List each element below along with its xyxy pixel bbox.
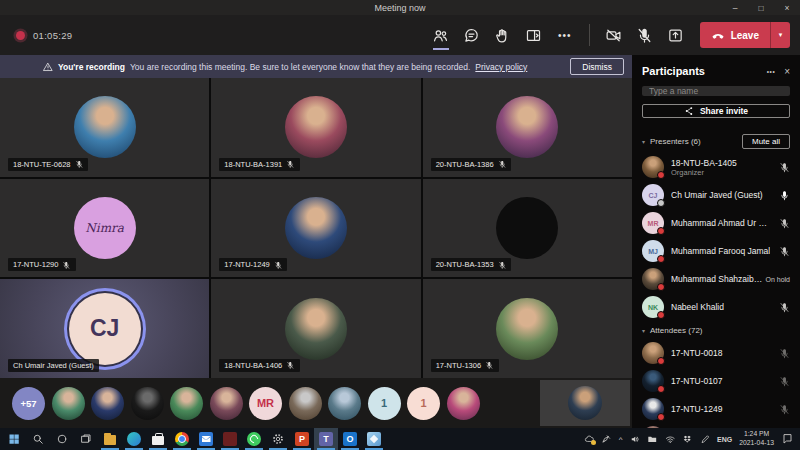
photos-icon [367, 432, 381, 446]
self-view-tile[interactable] [540, 380, 630, 426]
video-tile[interactable]: 18-NTU-TE-0628 [0, 78, 209, 177]
notification-center-icon[interactable] [781, 433, 793, 445]
folder-tray-icon[interactable] [647, 434, 658, 445]
taskbar-clock[interactable]: 1:24 PM 2021-04-13 [739, 430, 774, 448]
filmstrip-avatar[interactable] [289, 387, 322, 420]
network-icon [665, 434, 676, 445]
chevron-up-tray-icon[interactable]: ^ [619, 435, 623, 444]
mic-status[interactable] [779, 190, 790, 201]
video-tile[interactable]: 18-NTU-BA-1391 [211, 78, 420, 177]
start-button[interactable] [2, 428, 26, 450]
search-button[interactable] [26, 428, 50, 450]
volume-tray-icon[interactable] [630, 434, 641, 445]
video-tile[interactable]: 17-NTU-1249 [211, 179, 420, 278]
self-view-avatar [568, 386, 602, 420]
filmstrip-avatar[interactable] [52, 387, 85, 420]
privacy-policy-link[interactable]: Privacy policy [475, 62, 527, 72]
onedrive-tray-icon[interactable] [584, 434, 595, 445]
more-options-button[interactable]: ••• [551, 21, 579, 49]
outlook-taskbar-button[interactable]: O [338, 428, 362, 450]
photos-taskbar-button[interactable] [362, 428, 386, 450]
edge-taskbar-button[interactable] [122, 428, 146, 450]
dropbox-tray-icon[interactable] [682, 434, 693, 445]
leave-options-chevron[interactable]: ▾ [770, 22, 790, 48]
participant-info: 18-NTU-BA-1405Organizer [671, 158, 737, 177]
video-tile[interactable]: 20-NTU-BA-1386 [423, 78, 632, 177]
video-tile[interactable]: Nimra17-NTU-1290 [0, 179, 209, 278]
participant-row[interactable]: 18-NTU-BA-1405Organizer [642, 153, 790, 181]
breakout-rooms-button[interactable] [520, 21, 548, 49]
mic-status[interactable] [779, 302, 790, 313]
participant-row[interactable]: MRMuhammad Ahmad Ur Rehm... [642, 209, 790, 237]
participant-row[interactable]: MJMuhammad Farooq Jamal [642, 237, 790, 265]
task-view-button[interactable] [74, 428, 98, 450]
mail-icon [199, 432, 213, 446]
filmstrip-avatar[interactable]: MR [249, 387, 282, 420]
mic-status[interactable] [779, 376, 790, 387]
mic-status[interactable] [779, 162, 790, 173]
raise-hand-button[interactable] [489, 21, 517, 49]
video-tile[interactable]: 20-NTU-BA-1353 [423, 179, 632, 278]
leave-button[interactable]: Leave ▾ [700, 22, 790, 48]
filmstrip-avatar[interactable] [210, 387, 243, 420]
panel-close-icon[interactable]: × [784, 66, 790, 77]
teams-taskbar-button[interactable]: T [314, 428, 338, 450]
participant-avatar [285, 298, 347, 360]
store-taskbar-button[interactable] [146, 428, 170, 450]
chrome-taskbar-button[interactable] [170, 428, 194, 450]
red-app-taskbar-button[interactable] [218, 428, 242, 450]
overflow-count-chip[interactable]: +57 [12, 387, 45, 420]
video-tile[interactable]: 18-NTU-BA-1406 [211, 279, 420, 378]
participant-row[interactable]: Muhammad Shahzaib - 1371On hold [642, 265, 790, 293]
filmstrip-avatar[interactable] [328, 387, 361, 420]
maximize-button[interactable]: □ [748, 0, 774, 15]
mic-status[interactable] [779, 348, 790, 359]
video-tile[interactable]: 17-NTU-1306 [423, 279, 632, 378]
video-tile[interactable]: CJCh Umair Javed (Guest) [0, 279, 209, 378]
attendees-section-header[interactable]: ▾ Attendees (72) [642, 326, 790, 335]
share-invite-button[interactable]: Share invite [642, 104, 790, 118]
share-screen-button[interactable] [662, 21, 690, 49]
dismiss-button[interactable]: Dismiss [570, 58, 624, 75]
task-view-icon [80, 433, 92, 445]
mic-off-icon [636, 27, 653, 44]
minimize-button[interactable]: – [722, 0, 748, 15]
panel-more-icon[interactable]: ••• [767, 68, 775, 75]
leave-button-main[interactable]: Leave [700, 22, 770, 48]
mail-taskbar-button[interactable] [194, 428, 218, 450]
filmstrip-avatar[interactable]: 1 [407, 387, 440, 420]
recording-indicator: 01:05:29 [16, 30, 72, 41]
settings-taskbar-button[interactable] [266, 428, 290, 450]
filmstrip-avatar[interactable] [447, 387, 480, 420]
banner-title: You're recording [58, 62, 125, 72]
network-tray-icon[interactable] [665, 434, 676, 445]
mic-off-button[interactable] [631, 21, 659, 49]
filmstrip-avatar[interactable] [170, 387, 203, 420]
participant-row[interactable]: CJCh Umair Javed (Guest) [642, 181, 790, 209]
close-button[interactable]: × [774, 0, 800, 15]
mic-status[interactable] [779, 404, 790, 415]
presenters-section-header[interactable]: ▾ Presenters (6) Mute all [642, 134, 790, 149]
cortana-button[interactable] [50, 428, 74, 450]
participant-row[interactable]: 17-NTU-0107 [642, 367, 790, 395]
pin-tray-icon[interactable] [601, 434, 612, 445]
filmstrip-avatar[interactable] [91, 387, 124, 420]
mic-status[interactable] [779, 218, 790, 229]
participant-row[interactable]: 17-NTU-0018 [642, 339, 790, 367]
pen-tray-icon[interactable] [700, 434, 711, 445]
powerpoint-taskbar-button[interactable]: P [290, 428, 314, 450]
search-input[interactable] [642, 86, 790, 96]
participant-row[interactable]: 17-NTU-1249 [642, 395, 790, 423]
participants-button[interactable] [427, 21, 455, 49]
filmstrip-avatar[interactable]: 1 [368, 387, 401, 420]
participant-row[interactable]: NKNabeel Khalid [642, 293, 790, 321]
file-explorer-taskbar-button[interactable] [98, 428, 122, 450]
language-indicator[interactable]: ENG [717, 436, 732, 443]
taskbar-apps: PTO [2, 428, 386, 450]
mute-all-button[interactable]: Mute all [742, 134, 790, 149]
camera-off-button[interactable] [600, 21, 628, 49]
whatsapp-taskbar-button[interactable] [242, 428, 266, 450]
chat-button[interactable] [458, 21, 486, 49]
filmstrip-avatar[interactable] [131, 387, 164, 420]
mic-status[interactable] [779, 246, 790, 257]
